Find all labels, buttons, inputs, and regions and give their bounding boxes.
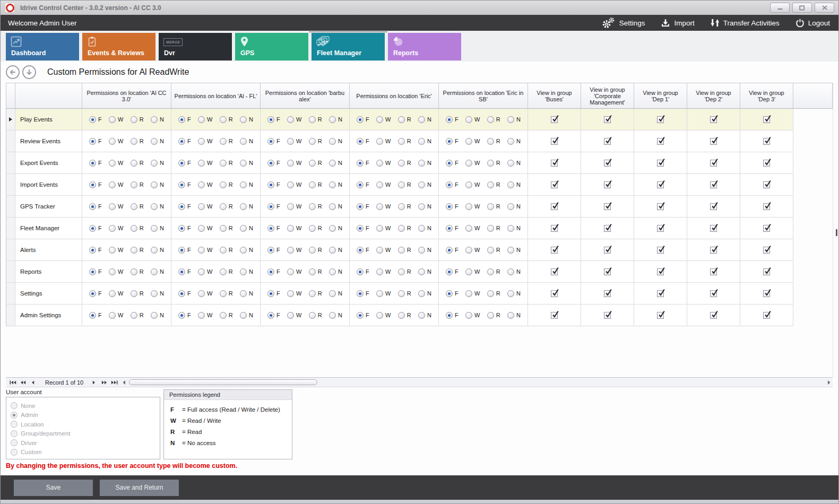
radio-option-w[interactable]: W bbox=[198, 203, 212, 210]
radio-icon[interactable] bbox=[178, 181, 185, 188]
radio-icon[interactable] bbox=[131, 290, 137, 297]
radio-icon[interactable] bbox=[240, 268, 247, 275]
radio-option-f[interactable]: F bbox=[357, 181, 369, 188]
radio-icon[interactable] bbox=[109, 312, 116, 319]
radio-option-n[interactable]: N bbox=[418, 225, 431, 232]
radio-option-w[interactable]: W bbox=[109, 290, 123, 297]
radio-option-n[interactable]: N bbox=[507, 160, 521, 167]
radio-option-n[interactable]: N bbox=[151, 203, 164, 210]
radio-option-w[interactable]: W bbox=[376, 268, 391, 275]
vertical-scrollbar-thumb[interactable] bbox=[836, 229, 837, 236]
radio-option-w[interactable]: W bbox=[198, 312, 212, 319]
radio-option-w[interactable]: W bbox=[109, 268, 123, 275]
radio-option-n[interactable]: N bbox=[418, 116, 431, 123]
radio-option-w[interactable]: W bbox=[198, 116, 212, 123]
radio-icon[interactable] bbox=[151, 268, 158, 275]
tab-events-reviews[interactable]: Events & Reviews bbox=[82, 33, 155, 60]
radio-icon[interactable] bbox=[329, 290, 336, 297]
radio-option-f[interactable]: F bbox=[446, 181, 459, 188]
tab-dashboard[interactable]: Dashboard bbox=[6, 33, 79, 60]
radio-option-w[interactable]: W bbox=[376, 181, 391, 188]
radio-option-f[interactable]: F bbox=[267, 290, 280, 297]
radio-option-n[interactable]: N bbox=[418, 290, 431, 297]
radio-icon[interactable] bbox=[507, 160, 514, 167]
radio-icon[interactable] bbox=[151, 116, 158, 123]
radio-icon[interactable] bbox=[309, 181, 316, 188]
radio-option-w[interactable]: W bbox=[376, 290, 391, 297]
radio-icon[interactable] bbox=[89, 160, 96, 167]
group-checkbox[interactable] bbox=[604, 138, 611, 145]
radio-option-w[interactable]: W bbox=[109, 203, 123, 210]
table-row-alerts[interactable]: AlertsFWRNFWRNFWRNFWRNFWRN bbox=[6, 239, 793, 261]
radio-icon[interactable] bbox=[309, 116, 316, 123]
radio-icon[interactable] bbox=[446, 160, 453, 167]
radio-option-n[interactable]: N bbox=[151, 312, 164, 319]
radio-icon[interactable] bbox=[109, 290, 116, 297]
radio-icon[interactable] bbox=[329, 203, 336, 210]
radio-option-w[interactable]: W bbox=[198, 138, 212, 145]
group-checkbox[interactable] bbox=[604, 312, 611, 319]
pager-next-page-button[interactable] bbox=[100, 379, 108, 386]
radio-option-w[interactable]: W bbox=[376, 203, 391, 210]
radio-icon[interactable] bbox=[487, 247, 494, 254]
radio-option-n[interactable]: N bbox=[151, 160, 164, 167]
radio-option-f[interactable]: F bbox=[267, 181, 280, 188]
radio-option-n[interactable]: N bbox=[151, 181, 164, 188]
radio-option-r[interactable]: R bbox=[398, 268, 411, 275]
radio-icon[interactable] bbox=[376, 203, 383, 210]
table-row-settings[interactable]: SettingsFWRNFWRNFWRNFWRNFWRN bbox=[6, 283, 793, 305]
radio-icon[interactable] bbox=[376, 225, 383, 232]
table-row-fleet-manager[interactable]: Fleet ManagerFWRNFWRNFWRNFWRNFWRN bbox=[6, 218, 793, 239]
radio-option-f[interactable]: F bbox=[89, 225, 102, 232]
radio-icon[interactable] bbox=[178, 203, 185, 210]
radio-icon[interactable] bbox=[89, 225, 96, 232]
radio-icon[interactable] bbox=[109, 116, 116, 123]
radio-icon[interactable] bbox=[267, 268, 274, 275]
radio-option-w[interactable]: W bbox=[465, 225, 480, 232]
radio-icon[interactable] bbox=[267, 290, 274, 297]
radio-option-w[interactable]: W bbox=[109, 138, 123, 145]
radio-icon[interactable] bbox=[220, 225, 227, 232]
radio-option-n[interactable]: N bbox=[418, 247, 431, 254]
radio-icon[interactable] bbox=[398, 312, 405, 319]
group-checkbox[interactable] bbox=[551, 225, 558, 232]
radio-option-r[interactable]: R bbox=[398, 181, 411, 188]
radio-icon[interactable] bbox=[398, 203, 405, 210]
radio-icon[interactable] bbox=[151, 225, 158, 232]
radio-icon[interactable] bbox=[220, 203, 227, 210]
radio-option-r[interactable]: R bbox=[220, 160, 233, 167]
radio-icon[interactable] bbox=[267, 160, 274, 167]
scroll-right-icon[interactable] bbox=[827, 380, 831, 385]
radio-option-n[interactable]: N bbox=[418, 181, 431, 188]
radio-option-w[interactable]: W bbox=[376, 138, 391, 145]
pager-previous-page-button[interactable] bbox=[19, 379, 27, 386]
radio-option-r[interactable]: R bbox=[398, 116, 411, 123]
radio-icon[interactable] bbox=[220, 290, 227, 297]
radio-option-f[interactable]: F bbox=[89, 116, 102, 123]
radio-option-f[interactable]: F bbox=[357, 225, 369, 232]
group-checkbox[interactable] bbox=[551, 160, 558, 167]
radio-icon[interactable] bbox=[487, 116, 494, 123]
radio-icon[interactable] bbox=[357, 247, 364, 254]
radio-option-w[interactable]: W bbox=[465, 181, 480, 188]
radio-option-f[interactable]: F bbox=[89, 181, 102, 188]
radio-icon[interactable] bbox=[309, 312, 316, 319]
group-checkbox[interactable] bbox=[604, 116, 611, 123]
import-button[interactable]: Import bbox=[661, 19, 694, 28]
radio-option-w[interactable]: W bbox=[109, 312, 123, 319]
radio-icon[interactable] bbox=[89, 138, 96, 145]
radio-icon[interactable] bbox=[220, 181, 227, 188]
radio-option-w[interactable]: W bbox=[287, 181, 301, 188]
group-checkbox[interactable] bbox=[657, 312, 664, 319]
radio-option-w[interactable]: W bbox=[287, 312, 301, 319]
group-checkbox[interactable] bbox=[551, 247, 558, 254]
radio-icon[interactable] bbox=[287, 138, 294, 145]
radio-option-n[interactable]: N bbox=[507, 138, 521, 145]
radio-icon[interactable] bbox=[418, 160, 425, 167]
radio-icon[interactable] bbox=[329, 247, 336, 254]
radio-icon[interactable] bbox=[418, 268, 425, 275]
radio-icon[interactable] bbox=[178, 160, 185, 167]
radio-option-n[interactable]: N bbox=[507, 312, 521, 319]
save-return-button[interactable]: Save and Return bbox=[100, 480, 179, 496]
account-type-group-department[interactable]: Group/department bbox=[11, 430, 160, 437]
